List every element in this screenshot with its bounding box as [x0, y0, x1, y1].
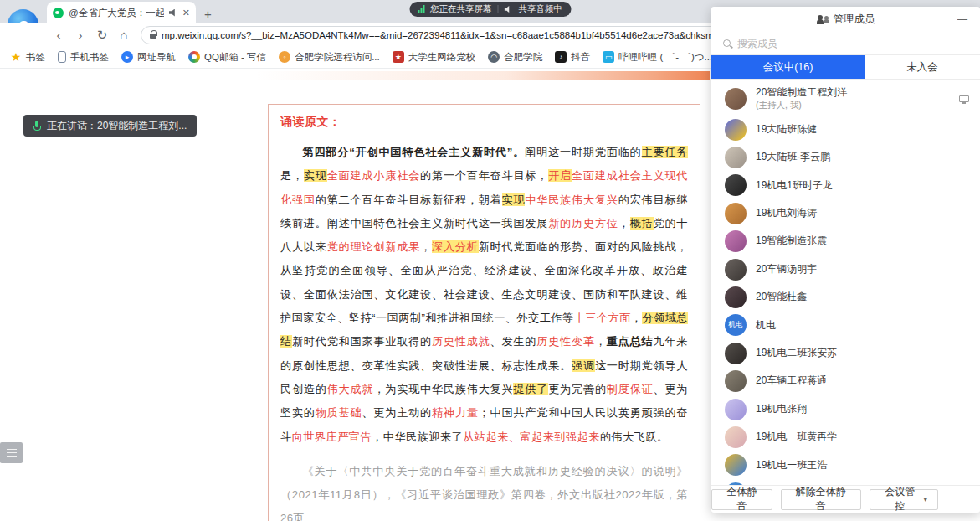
article-body: 第四部分“开创中国特色社会主义新时代”。阐明这一时期党面临的主要任务是，实现全面… [280, 141, 688, 521]
member-row[interactable]: 19机电张翔 [711, 395, 980, 423]
forward-icon[interactable]: › [70, 25, 90, 45]
member-name: 19大陆班-李云鹏 [756, 151, 830, 164]
bookmark-item[interactable]: ♪抖音 [555, 51, 590, 64]
avatar: 机电 [725, 314, 747, 336]
url-text: mp.weixin.qq.com/s?__biz=MzA5ODA4NTk4Mw=… [162, 30, 802, 40]
member-row[interactable]: 19大陆班-李云鹏 [711, 143, 980, 171]
tab-audio-icon[interactable] [169, 9, 177, 17]
speaker-icon [505, 6, 513, 13]
meeting-controls-button[interactable]: 会议管控 ▾ [870, 489, 938, 510]
avatar [725, 230, 747, 252]
bookmark-item[interactable]: 手机书签 [58, 51, 109, 64]
member-name-block: 19机电刘海涛 [756, 207, 817, 220]
member-list: 20智能制造工程刘洋(主持人, 我)19大陆班陈健19大陆班-李云鹏19机电1班… [711, 80, 980, 485]
bookmark-label: 合肥学院远程访问... [295, 51, 380, 64]
member-name: 19大陆班陈健 [756, 123, 817, 137]
member-name-block: 20车辆汤明宇 [756, 263, 817, 276]
member-name: 20智能杜鑫 [756, 291, 807, 304]
member-row[interactable]: 机电机电 [711, 312, 980, 339]
member-row[interactable]: 20智能制造工程刘洋(主持人, 我) [711, 82, 980, 116]
microphone-icon [33, 121, 39, 132]
tab-close-icon[interactable]: ✕ [182, 8, 190, 18]
member-row[interactable]: 19机电二班张安苏 [711, 339, 980, 367]
member-name: 20车辆汤明宇 [756, 263, 817, 276]
bookmark-item[interactable]: ▭哔哩哔哩 ( ゜- ゜)つ... [603, 51, 712, 64]
divider [498, 5, 499, 13]
member-name: 机电 [756, 319, 776, 333]
member-name-block: 机电 [756, 319, 776, 333]
member-role: (主持人, 我) [756, 100, 847, 111]
member-name: 20车辆工程蒋通 [756, 374, 827, 388]
member-name: 19机电一班黄再学 [756, 431, 837, 444]
screen-share-icon [959, 95, 969, 102]
chevron-down-icon: ▾ [923, 495, 927, 503]
bookmark-item[interactable]: ★书签 [10, 51, 45, 64]
member-name: 19机电张翔 [756, 403, 807, 416]
panel-title: 管理成员 [834, 13, 875, 27]
member-name-block: 19机电一班黄再学 [756, 431, 837, 444]
member-row[interactable]: 19机电刘海涛 [711, 199, 980, 227]
back-icon[interactable]: ‹ [49, 25, 69, 45]
home-icon[interactable]: ⌂ [114, 25, 134, 45]
manage-members-panel: 管理成员 — 会议中(16) 未入会 20智能制造工程刘洋(主持人, 我)19大… [711, 7, 980, 513]
browser-tab[interactable]: @全省广大党员：一起读原 ✕ [47, 2, 196, 23]
avatar [725, 286, 747, 308]
member-name: 19机电刘海涛 [756, 207, 817, 220]
member-name-block: 19大陆班陈健 [756, 123, 817, 137]
share-audio-text: 共享音频中 [519, 3, 563, 15]
bookmark-label: 大学生网络党校 [408, 51, 476, 64]
member-row[interactable]: 19大陆班陈健 [711, 116, 980, 143]
speaking-toast: 正在讲话：20智能制造工程刘... [23, 115, 197, 137]
member-row[interactable]: 20车辆工程蒋通 [711, 368, 980, 395]
avatar [725, 370, 747, 392]
mute-all-button[interactable]: 全体静音 [711, 489, 772, 510]
bookmark-label: 书签 [26, 51, 45, 64]
bookmark-label: 哔哩哔哩 ( ゜- ゜)つ... [618, 51, 712, 64]
bookmark-label: 手机书签 [70, 51, 109, 64]
search-input[interactable] [737, 38, 968, 49]
new-tab-button[interactable]: + [204, 8, 212, 20]
tab-in-meeting[interactable]: 会议中(16) [711, 55, 865, 79]
bookmark-item[interactable]: ★大学生网络党校 [393, 51, 476, 64]
search-icon [723, 39, 731, 47]
article-reading-label: 诵读原文： [280, 115, 688, 130]
unmute-all-button[interactable]: 解除全体静音 [781, 489, 861, 510]
avatar [725, 426, 747, 448]
member-name-block: 20智能制造工程刘洋(主持人, 我) [756, 86, 847, 111]
signal-bars-icon [418, 5, 424, 13]
avatar [725, 147, 747, 168]
article-paragraph: 《关于〈中共中央关于党的百年奋斗重大成就和历史经验的决议〉的说明》（2021年1… [280, 460, 688, 521]
bookmark-favicon-icon: ◦ [279, 51, 290, 63]
screen-share-banner: 您正在共享屏幕 共享音频中 [409, 2, 571, 17]
bookmark-favicon-icon: ▭ [603, 51, 614, 63]
member-row[interactable]: 19机电一班王浩 [711, 451, 980, 479]
bookmark-item[interactable]: QQ邮箱 - 写信 [188, 51, 266, 64]
member-row[interactable]: 19智能制造张震 [711, 228, 980, 255]
member-row[interactable]: 20智能杜鑫 [711, 283, 980, 311]
panel-tabs: 会议中(16) 未入会 [711, 55, 980, 80]
bookmark-favicon-icon: ◠ [488, 51, 500, 63]
panel-header: 管理成员 — [711, 7, 980, 32]
member-name: 19机电1班时子龙 [756, 179, 833, 193]
tab-not-joined[interactable]: 未入会 [865, 55, 980, 79]
avatar [725, 454, 747, 476]
member-name: 19智能制造张震 [756, 235, 827, 248]
members-icon [817, 15, 829, 24]
member-row[interactable]: 20车辆汤明宇 [711, 255, 980, 283]
sidebar-toggle-button[interactable] [0, 442, 23, 463]
speaking-toast-text: 正在讲话：20智能制造工程刘... [47, 119, 187, 133]
bookmark-item[interactable]: ◠合肥学院 [488, 51, 542, 64]
member-name-block: 19机电1班时子龙 [756, 179, 833, 193]
refresh-icon[interactable]: ↻ [92, 25, 112, 45]
member-row[interactable]: 19机电1班时子龙 [711, 172, 980, 199]
bookmark-label: 抖音 [571, 51, 590, 64]
minimize-icon[interactable]: — [952, 7, 973, 32]
bookmark-item[interactable]: ▸网址导航 [121, 51, 176, 64]
member-name: 19机电一班王浩 [756, 459, 827, 472]
bookmark-favicon-icon: ♪ [555, 51, 567, 63]
avatar [725, 88, 747, 110]
bookmark-item[interactable]: ◦合肥学院远程访问... [279, 51, 380, 64]
member-row[interactable] [711, 479, 980, 485]
avatar [725, 259, 747, 281]
member-row[interactable]: 19机电一班黄再学 [711, 423, 980, 451]
